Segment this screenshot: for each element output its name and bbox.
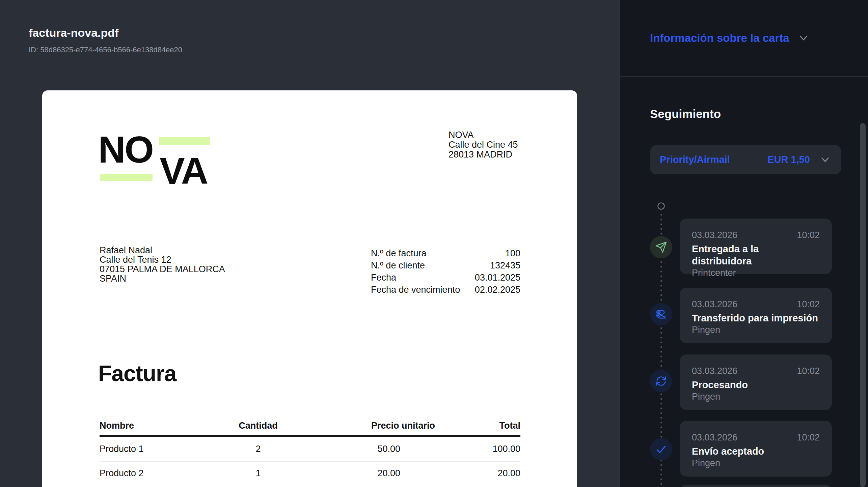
meta-row: Fecha 03.01.2025: [371, 271, 520, 284]
event-time: 10:02: [797, 365, 820, 377]
event-date: 03.03.2026: [692, 432, 737, 443]
send-icon: [650, 236, 672, 258]
nova-logo-part2: VA: [160, 152, 207, 190]
event-source: Pingen: [692, 324, 820, 336]
print-roller-icon: [650, 303, 672, 325]
table-row: Producto 1 2 50.00 100.00: [100, 437, 520, 461]
timeline-start-marker: [655, 201, 667, 212]
meta-row: Fecha de vencimiento 02.02.2025: [371, 284, 520, 296]
event-time: 10:02: [797, 298, 820, 310]
check-icon: [650, 438, 672, 460]
event-source: Pingen: [692, 457, 820, 469]
timeline-card: 03.03.2026 10:02 Procesando Pingen: [680, 354, 832, 410]
table-row: Producto 2 1 20.00 20.00: [100, 461, 520, 485]
timeline-card-partial: [680, 485, 832, 487]
recipient-address: Rafael Nadal Calle del Tenis 12 07015 PA…: [100, 246, 225, 283]
file-id: ID: 58d86325-e774-4656-b566-6e138d84ee20: [29, 45, 182, 55]
postage-method: Priority/Airmail: [660, 154, 730, 165]
timeline-card: 03.03.2026 10:02 Envío aceptado Pingen: [680, 421, 832, 477]
letter-sidebar: Información sobre la carta Seguimiento P…: [620, 0, 868, 487]
page-title: factura-nova.pdf: [29, 25, 118, 40]
postage-price: EUR 1,50: [767, 154, 810, 165]
chevron-down-icon: [797, 33, 810, 44]
event-time: 10:02: [797, 229, 820, 241]
pdf-preview-page[interactable]: NO VA NOVA Calle del Cine 45 28013 MADRI…: [42, 90, 577, 487]
sender-address: NOVA Calle del Cine 45 28013 MADRID: [449, 130, 518, 160]
table-header-row: Nombre Cantidad Precio unitario Total: [100, 418, 520, 433]
event-source: Pingen: [692, 391, 820, 402]
event-title: Procesando: [692, 379, 820, 391]
invoice-table: Nombre Cantidad Precio unitario Total Pr…: [100, 418, 520, 485]
tracking-section-title: Seguimiento: [650, 107, 721, 121]
nova-logo-part1: NO: [98, 131, 153, 169]
event-date: 03.03.2026: [692, 229, 737, 241]
sync-icon: [650, 370, 672, 392]
event-date: 03.03.2026: [692, 298, 737, 310]
letter-info-toggle[interactable]: Información sobre la carta: [620, 0, 868, 77]
nova-logo-bar-bottom: [100, 174, 153, 181]
chevron-down-icon: [819, 155, 832, 165]
event-title: Envío aceptado: [692, 445, 820, 457]
event-title: Transferido para impresión: [692, 312, 820, 324]
timeline-card: 03.03.2026 10:02 Transferido para impres…: [680, 288, 832, 343]
invoice-title: Factura: [98, 360, 176, 387]
meta-row: N.º de cliente 132435: [371, 259, 520, 271]
letter-info-toggle-label: Información sobre la carta: [650, 32, 789, 45]
letter-detail-view: factura-nova.pdf ID: 58d86325-e774-4656-…: [0, 0, 868, 487]
sidebar-scrollbar[interactable]: [860, 123, 866, 487]
invoice-meta: N.º de factura 100 N.º de cliente 132435…: [371, 247, 520, 296]
event-source: Printcenter: [692, 267, 820, 279]
nova-logo-bar-top: [159, 137, 210, 145]
event-date: 03.03.2026: [692, 365, 737, 377]
postage-dropdown[interactable]: Priority/Airmail EUR 1,50: [650, 145, 841, 174]
event-time: 10:02: [797, 432, 820, 443]
meta-row: N.º de factura 100: [371, 247, 520, 259]
event-title: Entregada a la distribuidora: [692, 243, 820, 267]
timeline-card: 03.03.2026 10:02 Entregada a la distribu…: [680, 219, 832, 274]
